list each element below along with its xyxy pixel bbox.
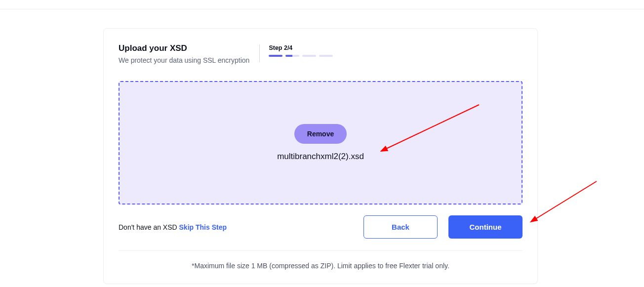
skip-prefix: Don't have an XSD [119,223,179,231]
progress-seg-2 [285,55,299,57]
annotation-arrow-2 [530,179,602,224]
skip-text: Don't have an XSD Skip This Step [119,223,227,231]
file-dropzone[interactable]: Remove multibranchxml2(2).xsd [119,81,523,205]
progress-seg-1 [269,55,282,57]
remove-button[interactable]: Remove [294,124,347,144]
actions-row: Don't have an XSD Skip This Step Back Co… [119,215,523,251]
skip-link[interactable]: Skip This Step [179,223,227,231]
header-text-block: Upload your XSD We protect your data usi… [119,43,259,64]
step-label: Step 2/4 [269,44,333,51]
card-title: Upload your XSD [119,43,249,53]
progress-seg-3 [302,55,316,57]
uploaded-filename: multibranchxml2(2).xsd [277,152,364,162]
vertical-divider [259,44,260,62]
back-button[interactable]: Back [363,215,438,239]
step-indicator: Step 2/4 [269,44,333,57]
continue-button[interactable]: Continue [448,215,523,239]
upload-card: Upload your XSD We protect your data usi… [103,28,538,284]
progress-seg-4 [319,55,333,57]
button-group: Back Continue [363,215,523,239]
svg-line-1 [535,181,597,219]
progress-segments [269,55,333,57]
card-subtitle: We protect your data using SSL encryptio… [119,56,249,64]
card-header: Upload your XSD We protect your data usi… [119,43,523,64]
page-top-divider [0,9,644,9]
footnote-text: *Maximum file size 1 MB (compressed as Z… [119,262,523,270]
